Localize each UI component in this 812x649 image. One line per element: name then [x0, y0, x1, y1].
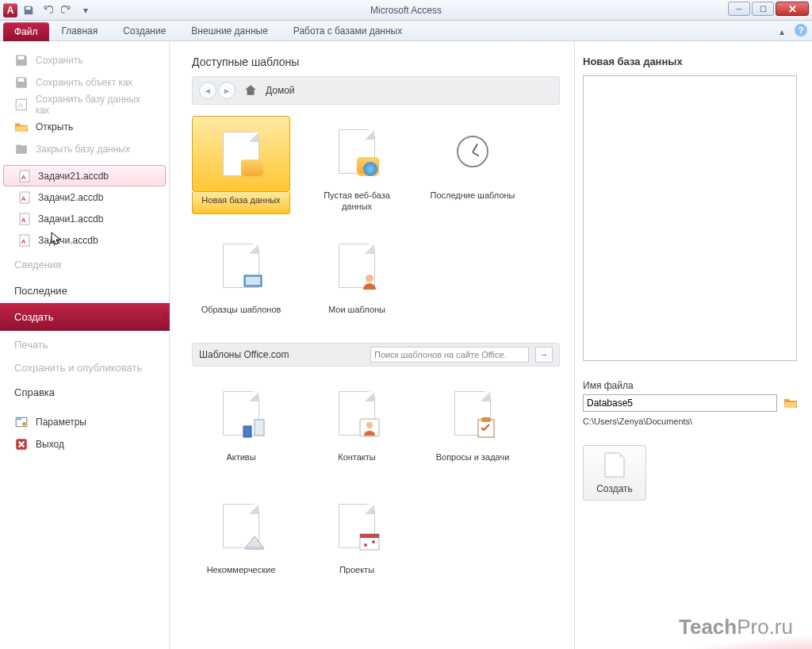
- menu-save-publish[interactable]: Сохранить и опубликовать: [0, 357, 169, 378]
- tab-dbtools[interactable]: Работа с базами данных: [281, 21, 415, 40]
- recent-file[interactable]: AЗадачи21.accdb: [3, 165, 166, 186]
- template-contacts[interactable]: Контакты: [308, 378, 406, 474]
- svg-text:A: A: [21, 195, 26, 202]
- qat-dropdown-icon[interactable]: ▾: [78, 2, 94, 18]
- tab-file[interactable]: Файл: [3, 22, 49, 41]
- ribbon-minimize-icon[interactable]: ▴: [774, 24, 790, 40]
- maximize-button[interactable]: ☐: [752, 2, 774, 16]
- path-text: C:\Users\Zenya\Documents\: [583, 417, 799, 426]
- template-recent[interactable]: Последние шаблоны: [423, 116, 522, 214]
- svg-rect-18: [243, 426, 251, 437]
- close-button[interactable]: ✕: [776, 2, 809, 16]
- template-label: Последние шаблоны: [430, 190, 515, 213]
- app-icon: A: [3, 3, 17, 17]
- templates-title: Доступные шаблоны: [192, 56, 560, 68]
- svg-text:A: A: [21, 238, 26, 245]
- browse-button[interactable]: [782, 394, 799, 412]
- svg-point-20: [366, 422, 373, 428]
- save-icon: [14, 53, 29, 67]
- backstage-left-menu: Сохранить Сохранить объект как AСохранит…: [0, 41, 170, 649]
- ribbon-bar: Файл Главная Создание Внешние данные Раб…: [0, 21, 812, 41]
- recent-file[interactable]: AЗадачи1.accdb: [3, 208, 166, 229]
- blank-doc-icon: [603, 451, 626, 478]
- menu-close-db[interactable]: Закрыть базу данных: [0, 138, 169, 160]
- search-go-button[interactable]: →: [535, 347, 553, 363]
- svg-text:A: A: [21, 174, 26, 181]
- close-db-icon: [14, 142, 29, 156]
- template-new-db[interactable]: Новая база данных: [192, 116, 290, 214]
- template-projects[interactable]: Проекты: [308, 490, 406, 587]
- menu-create-active[interactable]: Создать: [0, 303, 170, 331]
- svg-rect-23: [245, 547, 264, 550]
- menu-help[interactable]: Справка: [0, 378, 169, 405]
- template-assets[interactable]: Активы: [192, 378, 290, 474]
- recent-file[interactable]: AЗадачи.accdb: [3, 229, 166, 251]
- nav-forward-button[interactable]: ►: [218, 82, 236, 99]
- create-button[interactable]: Создать: [583, 445, 646, 501]
- accdb-file-icon: A: [18, 234, 31, 247]
- svg-rect-25: [360, 534, 379, 538]
- menu-info[interactable]: Сведения: [0, 251, 169, 277]
- filename-input[interactable]: [583, 394, 777, 412]
- preview-box: [583, 75, 797, 361]
- menu-recent[interactable]: Последние: [0, 277, 169, 303]
- svg-rect-11: [17, 419, 21, 421]
- watermark-brand: TeachPro.ru: [679, 615, 793, 639]
- accdb-file-icon: A: [18, 191, 31, 204]
- svg-rect-15: [246, 277, 260, 285]
- svg-point-26: [364, 543, 367, 547]
- menu-save[interactable]: Сохранить: [0, 49, 169, 71]
- right-panel-title: Новая база данных: [583, 56, 799, 67]
- template-label: Новая база данных: [192, 192, 290, 214]
- menu-save-db-as[interactable]: AСохранить базу данных как: [0, 94, 169, 116]
- office-label: Шаблоны Office.com: [199, 349, 289, 360]
- help-icon[interactable]: ?: [795, 24, 807, 36]
- menu-open[interactable]: Открыть: [0, 116, 169, 138]
- office-templates-bar: Шаблоны Office.com Поиск шаблонов на сай…: [192, 343, 560, 367]
- template-nonprofit[interactable]: Некоммерческие: [192, 490, 290, 587]
- template-samples[interactable]: Образцы шаблонов: [192, 230, 290, 327]
- template-label: Некоммерческие: [207, 565, 276, 587]
- template-label: Контакты: [338, 452, 376, 474]
- menu-exit[interactable]: Выход: [0, 433, 169, 455]
- recent-file[interactable]: AЗадачи2.accdb: [3, 186, 166, 208]
- svg-point-12: [22, 422, 26, 426]
- template-label: Мои шаблоны: [328, 305, 385, 327]
- filename-label: Имя файла: [583, 380, 799, 391]
- svg-point-27: [372, 540, 375, 543]
- template-label: Активы: [226, 452, 255, 474]
- tab-home[interactable]: Главная: [49, 21, 111, 40]
- nav-back-button[interactable]: ◄: [199, 82, 216, 99]
- breadcrumb-home[interactable]: Домой: [266, 85, 295, 96]
- save-db-icon: A: [14, 98, 29, 112]
- qat-undo-icon[interactable]: [40, 2, 56, 18]
- window-title: Microsoft Access: [0, 5, 812, 16]
- qat-redo-icon[interactable]: [59, 2, 75, 18]
- svg-rect-17: [255, 420, 264, 436]
- open-folder-icon: [14, 120, 29, 134]
- qat-save-icon[interactable]: [21, 2, 36, 18]
- template-issues[interactable]: Вопросы и задачи: [423, 378, 522, 474]
- tab-create[interactable]: Создание: [110, 21, 178, 40]
- search-input[interactable]: Поиск шаблонов на сайте Office.: [370, 347, 529, 363]
- new-db-panel: Новая база данных Имя файла C:\Users\Zen…: [574, 41, 812, 649]
- template-label: Проекты: [339, 565, 374, 587]
- minimize-button[interactable]: ─: [728, 2, 750, 16]
- template-web-db[interactable]: Пустая веб-база данных: [308, 116, 406, 214]
- exit-icon: [14, 437, 29, 451]
- accdb-file-icon: A: [18, 213, 31, 225]
- menu-options[interactable]: Параметры: [0, 411, 169, 433]
- svg-point-16: [366, 275, 373, 282]
- svg-text:A: A: [17, 101, 23, 109]
- home-icon[interactable]: [243, 83, 258, 98]
- template-label: Вопросы и задачи: [436, 452, 510, 474]
- options-icon: [14, 415, 29, 429]
- template-mine[interactable]: Мои шаблоны: [308, 230, 406, 327]
- templates-panel: Доступные шаблоны ◄ ► Домой Новая база д…: [170, 41, 574, 649]
- tab-external[interactable]: Внешние данные: [178, 21, 281, 40]
- template-label: Пустая веб-база данных: [308, 190, 406, 213]
- menu-print[interactable]: Печать: [0, 331, 169, 357]
- menu-save-object-as[interactable]: Сохранить объект как: [0, 71, 169, 94]
- breadcrumb: ◄ ► Домой: [192, 76, 560, 105]
- svg-text:A: A: [21, 217, 26, 224]
